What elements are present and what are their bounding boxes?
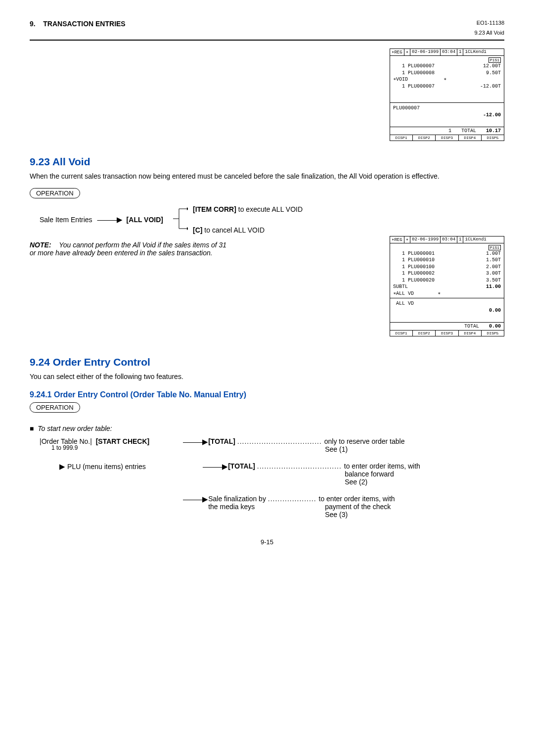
section-number: 9. xyxy=(30,20,36,28)
desc-2c: See (2) xyxy=(345,478,367,486)
start-check-key: [START CHECK] xyxy=(96,437,150,445)
operation-pill-2: OPERATION xyxy=(30,402,80,413)
itemcorr-key: [ITEM CORR] xyxy=(193,205,236,213)
r1-seq: 1 xyxy=(457,49,463,55)
desc-3c: See (3) xyxy=(325,511,348,519)
c-txt: to cancel ALL VOID xyxy=(204,226,265,234)
page-number: 9-15 xyxy=(30,538,504,546)
receipt-display-2: ∗REG ∗ 02-06-1999 03:04 1 1CLKend1 P1S1 … xyxy=(390,236,504,337)
flow-line-3: ———▶ Sale finalization by ..............… xyxy=(40,495,504,519)
itemcorr-txt: to execute ALL VOID xyxy=(238,205,303,213)
r1-mid: PLU000007 -12.00 xyxy=(390,102,504,127)
desc-2b: balance forward xyxy=(345,470,394,478)
arrow-icon: ———▶ xyxy=(203,462,228,471)
arrow-icon: ———▶ xyxy=(97,215,122,224)
r1-badge: P1S1 xyxy=(489,57,501,63)
receipt1-top: ∗REG ∗ 02-06-1999 03:04 1 1CLKend1 xyxy=(390,49,504,56)
r2-badge: P1S1 xyxy=(489,245,501,250)
plu-entries: PLU (menu items) entries xyxy=(67,463,146,471)
desc-3b: payment of the check xyxy=(325,503,391,511)
dots: .................... xyxy=(268,495,319,503)
note-923: NOTE: You cannot perform the All Void if… xyxy=(30,241,227,257)
heading-924: 9.24 Order Entry Control xyxy=(30,356,504,368)
flow-line-1: |Order Table No.| [START CHECK] 1 to 999… xyxy=(40,437,504,453)
r2-top: ∗REG ∗ 02-06-1999 03:04 1 1CLKend1 xyxy=(390,236,504,243)
r2-body: P1S1 1 PLU0000011.00T 1 PLU0000101.50T 1… xyxy=(390,243,504,298)
r2-mid: ALL VD 0.00 xyxy=(390,298,504,323)
operation-pill-1: OPERATION xyxy=(30,188,80,198)
note-label: NOTE: xyxy=(30,241,51,249)
range-text: 1 to 999.9 xyxy=(51,444,183,451)
desc-2a: to enter order items, with xyxy=(344,462,420,470)
arrow-icon: ———▶ xyxy=(183,495,208,504)
r1-body: P1S1 1 PLU00000712.00T 1 PLU0000089.50T … xyxy=(390,56,504,102)
flow-924: |Order Table No.| [START CHECK] 1 to 999… xyxy=(30,437,504,519)
dots: ................................... xyxy=(237,437,324,445)
intro-924: You can select either of the following t… xyxy=(30,372,504,381)
r2-disp: DISP1 DISP2 DISP3 DISP4 DISP5 xyxy=(390,331,504,336)
dots: ................................... xyxy=(257,462,344,470)
subtitle-start-order: ■ To start new order table: xyxy=(30,425,504,432)
flow-line-2: ▶ PLU (menu items) entries ———▶ [TOTAL] … xyxy=(40,462,504,486)
sale-final-2: the media keys xyxy=(208,503,255,511)
desc-3a: to enter order items, with xyxy=(319,495,395,503)
note-text: You cannot perform the All Void if the s… xyxy=(30,241,226,257)
total-key-2: [TOTAL] xyxy=(228,462,255,470)
arrow-icon: ———▶ xyxy=(183,437,208,446)
desc-1a: only to reserve order table xyxy=(324,437,405,445)
c-key: [C] xyxy=(193,226,202,234)
intro-923: When the current sales transaction now b… xyxy=(30,172,504,181)
allvoid-key: [ALL VOID] xyxy=(127,216,163,224)
svg-marker-5 xyxy=(187,227,188,230)
r1-mode: ∗REG xyxy=(390,49,404,55)
r1-clerk: 1CLKend1 xyxy=(463,49,504,55)
section-title: TRANSACTION ENTRIES xyxy=(43,20,125,28)
header-left: 9. TRANSACTION ENTRIES xyxy=(30,20,126,28)
flow-entries: Sale Item Entries xyxy=(40,216,92,224)
heading-9241: 9.24.1 Order Entry Control (Order Table … xyxy=(30,390,504,399)
r1-total: 1 TOTAL 10.17 xyxy=(390,127,504,135)
breadcrumb: 9.23 All Void xyxy=(474,30,504,36)
header-rule xyxy=(30,40,504,41)
r1-star: ∗ xyxy=(404,49,410,55)
r1-date: 02-06-1999 xyxy=(410,49,441,55)
heading-923: 9.23 All Void xyxy=(30,156,504,168)
r2-total: TOTAL 0.00 xyxy=(390,323,504,331)
sale-final-1: Sale finalization by xyxy=(208,495,266,503)
page-header: 9. TRANSACTION ENTRIES EO1-11138 9.23 Al… xyxy=(30,20,504,36)
flow-923: Sale Item Entries ———▶ [ALL VOID] [ITEM … xyxy=(40,205,504,234)
r1-disp: DISP1 DISP2 DISP3 DISP4 DISP5 xyxy=(390,135,504,141)
receipt-display-1: ∗REG ∗ 02-06-1999 03:04 1 1CLKend1 P1S1 … xyxy=(390,48,504,141)
r1-time: 03:04 xyxy=(441,49,457,55)
branch-icon xyxy=(173,206,188,231)
total-key-1: [TOTAL] xyxy=(208,437,235,445)
arrow-icon: ▶ xyxy=(59,462,65,471)
svg-marker-4 xyxy=(187,207,188,210)
header-right: EO1-11138 9.23 All Void xyxy=(474,20,504,36)
doc-id: EO1-11138 xyxy=(474,20,504,26)
desc-1b: See (1) xyxy=(325,445,348,453)
